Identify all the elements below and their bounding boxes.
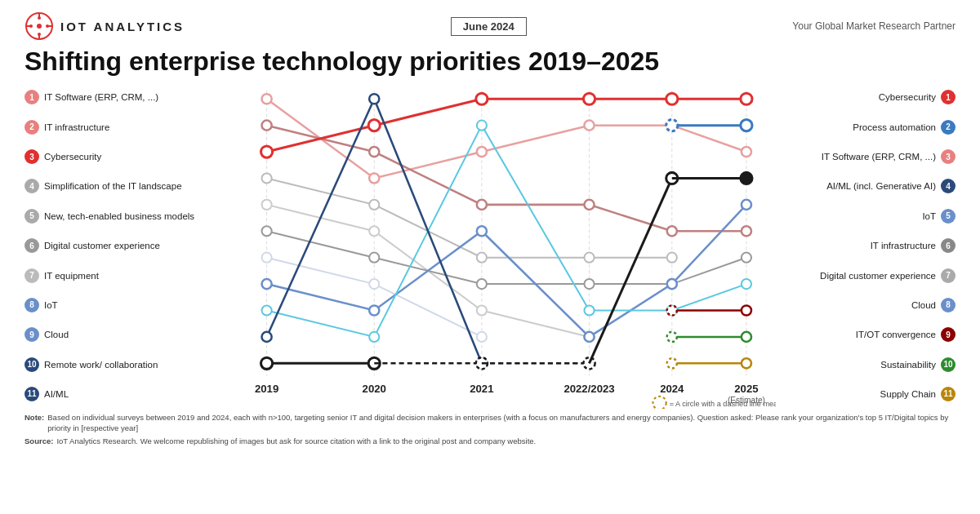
svg-point-40 [741, 93, 752, 104]
svg-point-31 [477, 200, 487, 210]
chart-svg-element: 2019 2020 2021 2022/2023 2024 2025 (Esti… [204, 82, 776, 409]
svg-point-29 [262, 121, 272, 131]
svg-point-52 [477, 279, 487, 289]
left-legend-item: 5 New, tech-enabled business models [24, 209, 204, 224]
right-legend-item: 11 Supply Chain [776, 387, 956, 401]
svg-point-43 [477, 253, 487, 263]
left-legend-item: 3 Cybersecurity [24, 149, 204, 164]
svg-point-7 [38, 33, 41, 36]
main-title: Shifting enterprise technology prioritie… [0, 44, 980, 82]
svg-point-76 [261, 357, 272, 369]
left-legend-item: 2 IT infrastructure [24, 120, 204, 135]
left-legend-item: 10 Remote work/ collaboration [24, 357, 204, 372]
svg-point-39 [666, 93, 678, 104]
svg-point-26 [584, 121, 594, 131]
chart-svg: 2019 2020 2021 2022/2023 2024 2025 (Esti… [204, 82, 776, 409]
svg-text:2024: 2024 [660, 383, 684, 395]
svg-point-53 [584, 279, 594, 289]
svg-point-57 [369, 279, 379, 289]
right-legend-item: 6 IT infrastructure [776, 238, 956, 253]
svg-point-72 [369, 94, 379, 104]
right-legend-item: 8 Cloud [776, 298, 956, 312]
svg-line-82 [590, 179, 672, 364]
footer-source-text: IoT Analytics Research. We welcome repub… [56, 436, 536, 446]
svg-point-8 [29, 24, 33, 28]
svg-point-47 [369, 226, 379, 236]
svg-point-51 [369, 253, 379, 263]
left-legend-item: 6 Digital customer experience [24, 238, 204, 253]
date-badge: June 2024 [451, 17, 527, 36]
right-legend-item: 3 IT Software (ERP, CRM, ...) [776, 149, 956, 164]
chart-area: 1 IT Software (ERP, CRM, ...) 2 IT infra… [0, 82, 980, 409]
right-legend-item: 5 IoT [776, 209, 956, 224]
svg-point-97 [742, 358, 751, 368]
left-legend-item: 8 IoT [24, 298, 204, 312]
right-legend-item: 4 AI/ML (incl. Generative AI) [776, 179, 956, 193]
svg-text:2019: 2019 [255, 383, 278, 395]
svg-point-1 [37, 24, 42, 29]
svg-point-36 [368, 120, 380, 131]
svg-text:= A circle with a dashed line : = A circle with a dashed line means that… [670, 400, 776, 408]
svg-point-70 [742, 279, 751, 289]
header: IOT ANALYTICS June 2024 Your Global Mark… [0, 0, 980, 44]
svg-point-55 [742, 253, 751, 263]
footer-note-text: Based on individual surveys between 2019… [47, 412, 956, 434]
svg-point-45 [667, 253, 677, 263]
svg-text:2020: 2020 [363, 383, 386, 395]
svg-point-88 [741, 120, 752, 131]
svg-point-59 [262, 279, 272, 289]
right-legend-item: 10 Sustainability [776, 357, 956, 372]
svg-point-44 [584, 253, 594, 263]
right-legend: 1 Cybersecurity 2 Process automation 3 I… [776, 82, 972, 409]
svg-point-66 [369, 332, 379, 342]
right-legend-item: 1 Cybersecurity [776, 90, 956, 104]
svg-point-28 [742, 147, 751, 157]
svg-point-94 [742, 332, 751, 342]
left-legend-item: 9 Cloud [24, 327, 204, 342]
svg-point-41 [262, 174, 272, 184]
svg-text:2025: 2025 [734, 383, 758, 395]
svg-point-85 [741, 173, 752, 184]
svg-text:2022/2023: 2022/2023 [564, 383, 614, 395]
svg-point-9 [46, 24, 49, 28]
left-legend-item: 11 AI/ML [24, 387, 204, 401]
svg-point-30 [369, 147, 379, 157]
left-legend-item: 4 Simplification of the IT landscape [24, 179, 204, 193]
svg-point-46 [262, 200, 272, 210]
left-legend-item: 7 IT equipment [24, 268, 204, 283]
svg-point-37 [476, 93, 488, 104]
svg-point-42 [369, 200, 379, 210]
svg-point-25 [477, 147, 487, 157]
svg-point-56 [262, 253, 272, 263]
svg-point-33 [667, 226, 677, 236]
logo-icon [24, 11, 54, 41]
left-legend: 1 IT Software (ERP, CRM, ...) 2 IT infra… [8, 82, 204, 409]
footer: Note: Based on individual surveys betwee… [0, 409, 980, 446]
tagline: Your Global Market Research Partner [792, 20, 956, 32]
svg-point-96 [667, 358, 677, 368]
svg-point-87 [666, 120, 678, 131]
svg-point-60 [369, 306, 379, 316]
svg-point-65 [262, 306, 272, 316]
svg-point-48 [477, 306, 487, 316]
svg-point-62 [584, 332, 594, 342]
svg-point-58 [477, 332, 487, 342]
page: IOT ANALYTICS June 2024 Your Global Mark… [0, 0, 980, 514]
footer-note-label: Note: [24, 412, 44, 434]
svg-point-68 [584, 306, 594, 316]
svg-point-63 [667, 279, 677, 289]
footer-source-label: Source: [24, 436, 53, 446]
svg-point-6 [38, 16, 41, 20]
logo-area: IOT ANALYTICS [24, 11, 185, 41]
right-legend-item: 2 Process automation [776, 120, 956, 135]
right-legend-item: 9 IT/OT convergence [776, 327, 956, 342]
svg-text:2021: 2021 [470, 383, 493, 395]
svg-point-34 [742, 226, 751, 236]
svg-point-91 [742, 306, 751, 316]
svg-point-67 [477, 121, 487, 131]
svg-point-71 [262, 332, 272, 342]
svg-point-50 [262, 226, 272, 236]
svg-point-93 [667, 332, 677, 342]
svg-point-98 [653, 397, 666, 409]
logo-text: IOT ANALYTICS [60, 20, 185, 33]
